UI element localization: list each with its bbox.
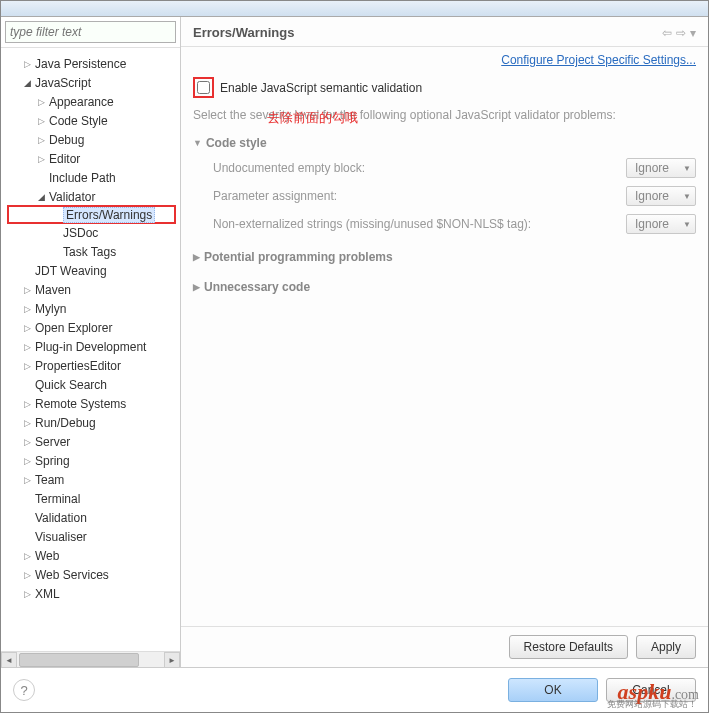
option-label: Non-externalized strings (missing/unused… [213, 217, 531, 231]
tree-item[interactable]: Terminal [7, 489, 178, 508]
tree-item-label: Remote Systems [33, 397, 128, 411]
tree-item[interactable]: ▷Remote Systems [7, 394, 178, 413]
filter-input[interactable] [5, 21, 176, 43]
tree-item[interactable]: Validation [7, 508, 178, 527]
tree-item[interactable]: ▷Maven [7, 280, 178, 299]
tree-item-label: Task Tags [61, 245, 118, 259]
option-row: Parameter assignment:Ignore▼ [193, 182, 696, 210]
horizontal-scrollbar[interactable]: ◄ ► [1, 651, 180, 667]
option-row: Non-externalized strings (missing/unused… [193, 210, 696, 238]
preferences-tree[interactable]: ▷Java Persistence◢JavaScript▷Appearance▷… [1, 48, 180, 651]
arrow-right-icon: ▷ [35, 116, 47, 126]
back-icon[interactable]: ⇦ [662, 26, 672, 40]
tree-item[interactable]: ◢JavaScript [7, 73, 178, 92]
tree-item[interactable]: ▷Java Persistence [7, 54, 178, 73]
ok-button[interactable]: OK [508, 678, 598, 702]
cancel-button[interactable]: Cancel [606, 678, 696, 702]
tree-item-label: Editor [47, 152, 82, 166]
scroll-left-button[interactable]: ◄ [1, 652, 17, 667]
tree-item-highlighted[interactable]: Errors/Warnings [7, 205, 176, 224]
scroll-right-button[interactable]: ► [164, 652, 180, 667]
arrow-right-icon: ▷ [21, 304, 33, 314]
severity-combo[interactable]: Ignore▼ [626, 214, 696, 234]
tree-item-label: Errors/Warnings [63, 207, 155, 223]
tree-item-label: Visualiser [33, 530, 89, 544]
twisty-right-icon: ▶ [193, 282, 200, 292]
arrow-right-icon: ▷ [21, 551, 33, 561]
tree-item[interactable]: ▷Server [7, 432, 178, 451]
severity-combo[interactable]: Ignore▼ [626, 186, 696, 206]
tree-item[interactable]: ▷Editor [7, 149, 178, 168]
main-panel: Errors/Warnings ⇦ ⇨ ▾ Configure Project … [181, 17, 708, 667]
arrow-right-icon: ▷ [21, 361, 33, 371]
tree-item[interactable]: ▷Code Style [7, 111, 178, 130]
tree-item-label: Validation [33, 511, 89, 525]
tree-item[interactable]: ▷Plug-in Development [7, 337, 178, 356]
combo-value: Ignore [635, 189, 669, 203]
caret-down-icon: ▼ [683, 220, 691, 229]
tree-item-label: Quick Search [33, 378, 109, 392]
restore-defaults-button[interactable]: Restore Defaults [509, 635, 628, 659]
tree-item-label: Spring [33, 454, 72, 468]
arrow-right-icon: ▷ [35, 135, 47, 145]
tree-item[interactable]: JSDoc [7, 223, 178, 242]
code-style-section-header[interactable]: ▼ Code style [193, 132, 696, 154]
tree-item-label: Appearance [47, 95, 116, 109]
potential-section-header[interactable]: ▶ Potential programming problems [193, 246, 696, 268]
severity-combo[interactable]: Ignore▼ [626, 158, 696, 178]
tree-item[interactable]: Task Tags [7, 242, 178, 261]
potential-title: Potential programming problems [204, 250, 393, 264]
help-button[interactable]: ? [13, 679, 35, 701]
tree-item[interactable]: ▷Mylyn [7, 299, 178, 318]
tree-item[interactable]: ▷Open Explorer [7, 318, 178, 337]
tree-item[interactable]: JDT Weaving [7, 261, 178, 280]
tree-item[interactable]: ▷PropertiesEditor [7, 356, 178, 375]
title-bar [1, 1, 708, 17]
arrow-right-icon: ▷ [21, 418, 33, 428]
tree-item-label: JavaScript [33, 76, 93, 90]
tree-item[interactable]: ▷XML [7, 584, 178, 603]
enable-validation-checkbox[interactable] [197, 81, 210, 94]
dropdown-icon[interactable]: ▾ [690, 26, 696, 40]
tree-item[interactable]: ▷Web [7, 546, 178, 565]
tree-item[interactable]: ▷Run/Debug [7, 413, 178, 432]
arrow-right-icon: ▷ [21, 589, 33, 599]
caret-down-icon: ▼ [683, 164, 691, 173]
combo-value: Ignore [635, 161, 669, 175]
preferences-sidebar: ▷Java Persistence◢JavaScript▷Appearance▷… [1, 17, 181, 667]
annotation-text: 去除前面的勾哦 [267, 109, 358, 127]
tree-item[interactable]: Visualiser [7, 527, 178, 546]
arrow-right-icon: ▷ [21, 342, 33, 352]
tree-item-label: Include Path [47, 171, 118, 185]
tree-item-label: Validator [47, 190, 97, 204]
arrow-right-icon: ▷ [21, 399, 33, 409]
tree-item[interactable]: ▷Debug [7, 130, 178, 149]
tree-item[interactable]: ▷Team [7, 470, 178, 489]
forward-icon[interactable]: ⇨ [676, 26, 686, 40]
tree-item-label: Web Services [33, 568, 111, 582]
tree-item-label: Code Style [47, 114, 110, 128]
tree-item-label: Open Explorer [33, 321, 114, 335]
tree-item[interactable]: Include Path [7, 168, 178, 187]
arrow-right-icon: ▷ [35, 154, 47, 164]
tree-item-label: Java Persistence [33, 57, 128, 71]
arrow-down-icon: ◢ [35, 192, 47, 202]
tree-item[interactable]: ◢Validator [7, 187, 178, 206]
tree-item-label: PropertiesEditor [33, 359, 123, 373]
option-row: Undocumented empty block:Ignore▼ [193, 154, 696, 182]
tree-item[interactable]: ▷Web Services [7, 565, 178, 584]
scroll-track[interactable] [17, 652, 164, 667]
tree-item-label: Server [33, 435, 72, 449]
tree-item[interactable]: ▷Appearance [7, 92, 178, 111]
scroll-thumb[interactable] [19, 653, 139, 667]
tree-item-label: XML [33, 587, 62, 601]
unnecessary-section-header[interactable]: ▶ Unnecessary code [193, 276, 696, 298]
tree-item[interactable]: ▷Spring [7, 451, 178, 470]
arrow-right-icon: ▷ [35, 97, 47, 107]
apply-button[interactable]: Apply [636, 635, 696, 659]
tree-item[interactable]: Quick Search [7, 375, 178, 394]
arrow-right-icon: ▷ [21, 456, 33, 466]
configure-project-link[interactable]: Configure Project Specific Settings... [501, 53, 696, 67]
arrow-down-icon: ◢ [21, 78, 33, 88]
twisty-right-icon: ▶ [193, 252, 200, 262]
